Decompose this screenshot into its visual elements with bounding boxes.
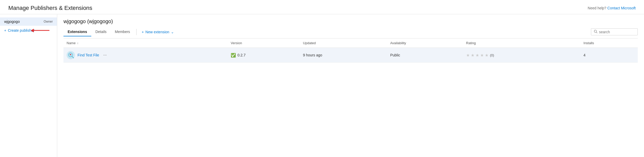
new-extension-plus-icon: + — [142, 30, 144, 34]
sidebar: wjgogogo Owner + Create publisher — [0, 14, 57, 157]
page-title: Manage Publishers & Extensions — [8, 5, 92, 11]
sort-arrow-name: ↑ — [77, 42, 79, 45]
content-area: wjgogogo (wjgogogo) Extensions Details M… — [57, 14, 644, 157]
tabs-and-search-row: Extensions Details Members + New extensi… — [63, 28, 638, 36]
search-icon — [594, 30, 597, 34]
arrow-annotation — [34, 30, 49, 31]
search-input[interactable] — [599, 30, 630, 34]
star-4: ★ — [480, 53, 484, 58]
table-header: Name ↑ Version Updated Availability — [63, 38, 638, 48]
col-availability: Availability — [387, 38, 463, 48]
extension-name-link[interactable]: Find Test File — [78, 53, 99, 57]
tab-details[interactable]: Details — [91, 28, 111, 36]
ext-icon — [67, 51, 75, 59]
new-extension-label: New extension — [145, 30, 169, 34]
main-layout: wjgogogo Owner + Create publisher wjgogo… — [0, 14, 644, 157]
star-3: ★ — [475, 53, 479, 58]
top-bar: Manage Publishers & Extensions Need help… — [0, 0, 644, 14]
col-rating: Rating — [463, 38, 581, 48]
new-extension-button[interactable]: + New extension ⌄ — [139, 28, 177, 36]
sidebar-publisher-role: Owner — [44, 20, 53, 23]
create-publisher-plus-icon: + — [4, 28, 6, 32]
col-updated: Updated — [300, 38, 387, 48]
page-container: Manage Publishers & Extensions Need help… — [0, 0, 644, 157]
extensions-table: Name ↑ Version Updated Availability — [63, 38, 638, 63]
ellipsis-button[interactable]: ··· — [102, 52, 108, 58]
col-version: Version — [228, 38, 300, 48]
publisher-header: wjgogogo (wjgogogo) — [63, 18, 638, 24]
ext-name-cell: Find Test File ··· — [67, 51, 224, 59]
cell-rating: ★ ★ ★ ★ ★ (0) — [463, 48, 581, 63]
sidebar-create-publisher[interactable]: + Create publisher — [0, 26, 57, 35]
cell-name: Find Test File ··· — [63, 48, 228, 63]
help-section: Need help? Contact Microsoft — [588, 6, 636, 10]
ext-icon-bg — [67, 51, 75, 59]
table-body: Find Test File ··· ✅ 0.2.7 9 hours ago P… — [63, 48, 638, 63]
contact-microsoft-link[interactable]: Contact Microsoft — [607, 6, 636, 10]
tabs-row: Extensions Details Members — [63, 28, 134, 36]
sidebar-publisher-name: wjgogogo — [4, 19, 20, 24]
stars-cell: ★ ★ ★ ★ ★ (0) — [466, 53, 577, 58]
cell-installs: 4 — [580, 48, 638, 63]
version-cell: ✅ 0.2.7 — [231, 53, 297, 58]
search-box — [591, 28, 638, 35]
arrow-head — [31, 29, 34, 32]
sidebar-publisher-item[interactable]: wjgogogo Owner — [0, 17, 57, 26]
tab-members[interactable]: Members — [111, 28, 134, 36]
arrow-line — [34, 30, 49, 31]
check-circle-icon: ✅ — [231, 53, 236, 58]
rating-count: (0) — [490, 53, 494, 57]
col-name: Name ↑ — [63, 38, 228, 48]
cell-version: ✅ 0.2.7 — [228, 48, 300, 63]
chevron-down-icon: ⌄ — [171, 30, 174, 34]
cell-updated: 9 hours ago — [300, 48, 387, 63]
cell-availability: Public — [387, 48, 463, 63]
star-2: ★ — [471, 53, 474, 58]
tab-extensions[interactable]: Extensions — [63, 28, 91, 36]
star-5: ★ — [485, 53, 488, 58]
help-text-label: Need help? — [588, 6, 607, 10]
svg-line-1 — [596, 32, 597, 33]
svg-line-3 — [72, 56, 74, 58]
col-installs: Installs — [580, 38, 638, 48]
table-row: Find Test File ··· ✅ 0.2.7 9 hours ago P… — [63, 48, 638, 63]
star-1: ★ — [466, 53, 470, 58]
tab-divider — [136, 29, 137, 35]
version-value: 0.2.7 — [237, 53, 246, 57]
